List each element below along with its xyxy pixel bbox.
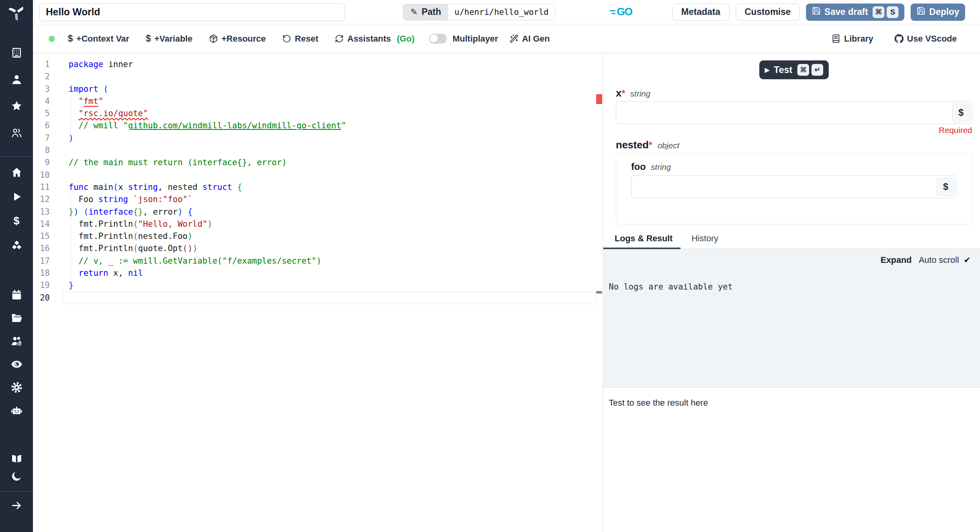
metadata-button[interactable]: Metadata: [672, 4, 730, 21]
line-number: 19: [33, 279, 50, 292]
code-line[interactable]: 19}: [33, 279, 595, 292]
use-vscode-button[interactable]: Use VScode: [886, 34, 965, 44]
package-icon: [209, 34, 218, 43]
windmill-logo-icon[interactable]: [0, 0, 33, 24]
test-shortcut: ⌘↵: [797, 64, 823, 76]
sidebar-item-ai[interactable]: [0, 403, 33, 418]
deploy-button[interactable]: Deploy: [911, 4, 965, 21]
ai-gen-button[interactable]: AI Gen: [501, 34, 558, 44]
sidebar-item-settings[interactable]: [0, 379, 33, 395]
line-number: 2: [33, 71, 50, 83]
code-line[interactable]: 2: [33, 71, 595, 83]
arg-x-input[interactable]: [616, 101, 972, 124]
sidebar-item-folders[interactable]: [0, 310, 33, 326]
test-label: Test: [774, 64, 793, 75]
logs-panel: Expand Auto scroll ✔ No logs are availab…: [603, 249, 980, 387]
script-title-input[interactable]: [39, 3, 345, 21]
edit-path-button[interactable]: ✎ Path: [403, 4, 448, 20]
sidebar-item-resources[interactable]: [0, 237, 33, 253]
toolbar-item-suffix: (Go): [397, 34, 414, 44]
toolbar-assistants-button[interactable]: Assistants(Go): [327, 34, 423, 44]
insert-variable-button[interactable]: $: [937, 178, 955, 196]
library-button[interactable]: Library: [823, 34, 882, 44]
tab-history[interactable]: History: [690, 230, 720, 249]
status-dot-icon: [49, 36, 55, 42]
sidebar-item-docs[interactable]: [0, 451, 33, 466]
line-number: 17: [33, 255, 50, 267]
sidebar-item-workspace[interactable]: [0, 45, 33, 60]
code-line[interactable]: 10: [33, 169, 595, 181]
toolbar-contextvar-button[interactable]: $+Context Var: [60, 33, 138, 44]
arg-x-label-row: x * string: [616, 87, 972, 98]
toolbar-variable-button[interactable]: $+Variable: [138, 33, 201, 44]
sidebar-item-audit-logs[interactable]: [0, 356, 33, 372]
sidebar-item-dark-mode[interactable]: [0, 468, 33, 484]
code-lines[interactable]: 1package inner23import (4 "fmt"5 "rsc.io…: [33, 58, 595, 304]
preview-panel: ▶ Test ⌘↵ x * string $ Required: [603, 53, 980, 532]
sidebar-divider: [0, 491, 33, 492]
code-line[interactable]: 18 return x, nil: [33, 267, 595, 279]
test-button[interactable]: ▶ Test ⌘↵: [759, 60, 829, 79]
path-value: u/henri/hello_world: [448, 4, 555, 20]
arg-foo-input[interactable]: [631, 175, 957, 198]
required-asterisk: *: [649, 140, 652, 151]
code-line[interactable]: 13}) (interface{}, error) {: [33, 206, 595, 218]
arg-foo-name: foo: [631, 161, 646, 172]
code-text: // v, _ := wmill.GetVariable("f/examples…: [69, 255, 321, 267]
sidebar-item-runs[interactable]: [0, 189, 33, 204]
code-line[interactable]: 17 // v, _ := wmill.GetVariable("f/examp…: [33, 255, 595, 267]
code-line[interactable]: 15 fmt.Println(nested.Foo): [33, 230, 595, 242]
sidebar-item-groups[interactable]: [0, 125, 33, 140]
args-section: ▶ Test ⌘↵ x * string $ Required: [603, 53, 980, 224]
multiplayer-toggle[interactable]: [429, 34, 447, 44]
deploy-label: Deploy: [929, 7, 959, 17]
toolbar-resource-button[interactable]: +Resource: [201, 34, 274, 44]
logs-empty-message: No logs are available yet: [609, 282, 971, 292]
code-line[interactable]: 14 fmt.Println("Hello, World"): [33, 218, 595, 230]
code-line[interactable]: 20: [33, 292, 595, 304]
customise-button[interactable]: Customise: [736, 4, 800, 21]
code-text: // wmill "github.com/windmill-labs/windm…: [69, 120, 346, 132]
line-number: 16: [33, 242, 50, 255]
arrow-right-icon: [11, 499, 23, 512]
code-line[interactable]: 3import (: [33, 83, 595, 95]
code-line[interactable]: 4 "fmt": [33, 95, 595, 107]
code-editor[interactable]: 1package inner23import (4 "fmt"5 "rsc.io…: [33, 53, 603, 532]
editor-toolbar: $+Context Var$+Variable+ResourceResetAss…: [33, 24, 980, 53]
toggle-knob-icon: [430, 35, 438, 43]
code-text: Foo string `json:"foo"`: [69, 193, 192, 206]
sidebar-item-schedules[interactable]: [0, 287, 33, 302]
arg-nested-label-row: nested * object: [616, 139, 972, 150]
code-line[interactable]: 5 "rsc.io/quote": [33, 107, 595, 120]
code-line[interactable]: 1package inner: [33, 58, 595, 71]
sidebar-nav: $: [0, 24, 33, 513]
sidebar-item-favorites[interactable]: [0, 98, 33, 114]
save-draft-button[interactable]: Save draft ⌘S: [806, 4, 904, 21]
book-icon: [831, 34, 840, 43]
code-line[interactable]: 7): [33, 132, 595, 144]
main-column: ✎ Path u/henri/hello_world GO Metadata C…: [33, 0, 980, 532]
code-text: fmt.Println(quote.Opt()): [69, 242, 198, 255]
toolbar-item-label: Assistants: [347, 34, 391, 44]
sidebar-item-workers[interactable]: [0, 333, 33, 349]
insert-variable-button[interactable]: $: [952, 104, 970, 122]
sidebar-item-home[interactable]: [0, 164, 33, 180]
code-text: package inner: [69, 58, 133, 71]
sidebar-item-user[interactable]: [0, 71, 33, 87]
expand-button[interactable]: Expand: [878, 255, 914, 266]
sidebar-item-expand-sidebar[interactable]: [0, 497, 33, 513]
code-line[interactable]: 12 Foo string `json:"foo"`: [33, 193, 595, 206]
arg-x-input-wrap: $: [616, 101, 972, 124]
toolbar-reset-button[interactable]: Reset: [274, 34, 327, 44]
code-line[interactable]: 6 // wmill "github.com/windmill-labs/win…: [33, 120, 595, 132]
code-line[interactable]: 16 fmt.Println(quote.Opt()): [33, 242, 595, 255]
tab-logs-result[interactable]: Logs & Result: [613, 230, 674, 249]
sidebar-item-variables[interactable]: $: [0, 213, 33, 229]
ai-gen-label: AI Gen: [522, 34, 550, 44]
code-line[interactable]: 9// the main must return (interface{}, e…: [33, 157, 595, 169]
code-text: ): [69, 132, 74, 144]
autoscroll-checkbox[interactable]: ✔: [964, 255, 971, 265]
code-text: func main(x string, nested struct {: [69, 181, 242, 193]
code-line[interactable]: 11func main(x string, nested struct {: [33, 181, 595, 193]
code-line[interactable]: 8: [33, 144, 595, 157]
